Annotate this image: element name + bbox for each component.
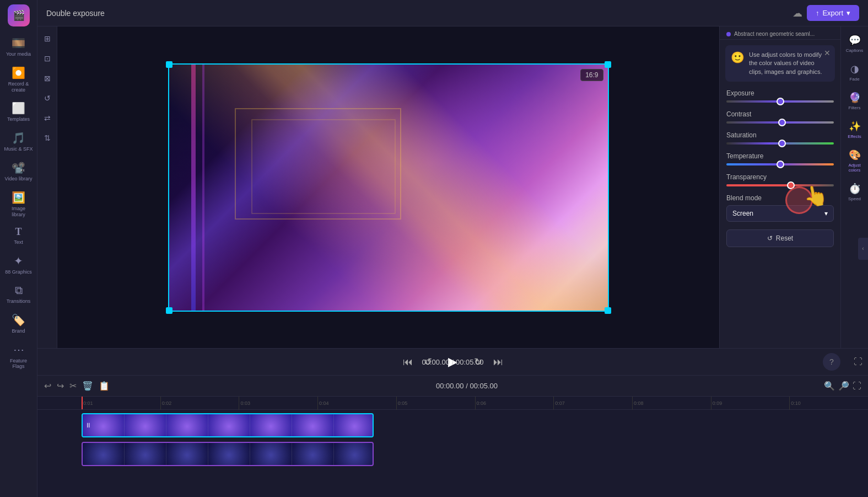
top-bar: Double exposure ☁ ↑ Export ▾ [37, 0, 868, 26]
close-info-button[interactable]: ✕ [824, 49, 831, 57]
ruler-tick: 0:03 [239, 397, 317, 410]
app-logo: 🎬 [8, 4, 30, 26]
canvas-container: 16:9 [57, 26, 719, 348]
sidebar-item-label: Templates [7, 116, 30, 122]
sidebar-item-image-library[interactable]: 🖼️ Image library [2, 188, 35, 221]
corner-handle-br[interactable] [605, 307, 611, 314]
track-clip-bottom[interactable] [82, 442, 374, 466]
far-right-effects[interactable]: ✨ Effects [843, 117, 867, 142]
brand-icon: 🏷️ [12, 313, 25, 327]
canvas-svg-overlay [169, 65, 608, 311]
export-button[interactable]: ↑ Export ▾ [807, 5, 859, 21]
sidebar-item-feature-flags[interactable]: ⋯ Feature Flags [2, 340, 35, 373]
info-emoji: 🙂 [731, 51, 745, 76]
sidebar-item-brand-kit[interactable]: 🏷️ Brand [2, 310, 35, 338]
far-right-adjust-colors[interactable]: 🎨 Adjust colors [843, 146, 867, 176]
sidebar-item-label: Your media [6, 51, 31, 57]
sidebar-item-video-library[interactable]: 📽️ Video library [2, 158, 35, 185]
help-button[interactable]: ? [823, 353, 840, 371]
rotate-tool[interactable]: ↺ [40, 90, 55, 106]
reset-icon: ↺ [767, 234, 773, 242]
clip-thumbnails-top [83, 414, 373, 436]
fullscreen-button[interactable]: ⛶ [854, 357, 862, 367]
ruler-tick: 0:09 [711, 397, 790, 410]
sidebar-item-graphics[interactable]: ✦ 88 Graphics [2, 251, 35, 279]
timeline-ruler: 0:01 0:02 0:03 0:04 0:05 0:06 0:07 0:08 … [37, 397, 868, 410]
info-box: 🙂 Use adjust colors to modify the color … [725, 45, 835, 82]
delete-button[interactable]: 🗑️ [82, 381, 93, 391]
tools-expand[interactable]: ‹ [858, 238, 868, 260]
reset-button[interactable]: ↺ Reset [726, 229, 834, 247]
effects-label: Effects [848, 134, 861, 139]
transform-tool[interactable]: ⊠ [40, 71, 55, 86]
aspect-ratio-badge[interactable]: 16:9 [580, 69, 603, 81]
temperature-slider-track[interactable] [726, 163, 834, 165]
timeline-playhead[interactable] [82, 397, 83, 409]
sidebar-item-music[interactable]: 🎵 Music & SFX [2, 128, 35, 156]
captions-icon: 💬 [849, 34, 861, 46]
save-icon[interactable]: ☁ [792, 7, 802, 19]
time-display: 00:00.00 / 00:05.00 [422, 358, 483, 366]
ruler-tick: 0:05 [396, 397, 475, 410]
duplicate-button[interactable]: 📋 [99, 381, 110, 391]
exposure-slider-track[interactable] [726, 100, 834, 103]
transitions-icon: ⧉ [15, 284, 23, 297]
zoom-in-button[interactable]: 🔎 [838, 381, 849, 391]
fit-zoom-button[interactable]: ⛶ [853, 381, 861, 391]
zoom-out-button[interactable]: 🔍 [824, 381, 835, 391]
clip-thumb [208, 414, 250, 436]
redo-button[interactable]: ↪ [57, 381, 64, 391]
timeline-area: ↩ ↪ ✂ 🗑️ 📋 00:00.00 / 00:05.00 🔍 🔎 ⛶ 0:0… [37, 376, 868, 497]
far-right-speed[interactable]: ⏱️ Speed [843, 179, 867, 205]
ruler-tick: 0:06 [475, 397, 554, 410]
sidebar-item-label: Music & SFX [4, 146, 33, 152]
clip-thumb [83, 443, 125, 465]
skip-forward-button[interactable]: ⏭ [493, 356, 503, 368]
far-right-panel: 💬 Captions ◑ Fade 🔮 Filters ✨ Effects 🎨 … [840, 26, 868, 348]
speed-icon: ⏱️ [849, 183, 861, 195]
far-right-captions[interactable]: 💬 Captions [843, 31, 867, 56]
far-right-fade[interactable]: ◑ Fade [843, 60, 867, 85]
timeline-time: 00:00.00 / 00:05.00 [115, 382, 818, 390]
sidebar-item-your-media[interactable]: 🎞️ Your media [2, 33, 35, 61]
skip-back-button[interactable]: ⏮ [403, 356, 413, 368]
sidebar-item-label: Text [14, 239, 23, 245]
sidebar-item-transitions[interactable]: ⧉ Transitions [2, 281, 35, 308]
image-library-icon: 🖼️ [12, 191, 25, 204]
flip-h-tool[interactable]: ⇄ [40, 110, 55, 126]
sidebar-item-label: Record & create [4, 81, 33, 93]
graphics-icon: ✦ [14, 254, 23, 268]
clip-thumbnails-bottom [83, 443, 373, 465]
contrast-slider-thumb[interactable] [778, 119, 786, 126]
sidebar-item-record[interactable]: ⏺️ Record & create [2, 63, 35, 97]
temperature-slider-thumb[interactable] [777, 161, 784, 168]
undo-button[interactable]: ↩ [44, 381, 51, 391]
corner-handle-tl[interactable] [166, 61, 172, 68]
far-right-filters[interactable]: 🔮 Filters [843, 88, 867, 114]
track-clip-top[interactable]: ⏸ [82, 413, 374, 437]
sidebar-item-label: 88 Graphics [5, 269, 32, 275]
sidebar-item-text[interactable]: T Text [2, 223, 35, 249]
sidebar-item-label: Brand [12, 328, 25, 334]
saturation-slider-track[interactable] [726, 142, 834, 145]
exposure-slider-thumb[interactable] [777, 98, 784, 105]
record-icon: ⏺️ [12, 66, 25, 79]
corner-handle-tr[interactable] [605, 61, 611, 68]
fit-tool[interactable]: ⊞ [40, 31, 55, 46]
corner-handle-bl[interactable] [166, 307, 172, 314]
filters-label: Filters [849, 105, 861, 110]
blend-mode-select[interactable]: Screen ▾ [726, 205, 834, 222]
cut-button[interactable]: ✂ [69, 381, 77, 391]
contrast-slider-track[interactable] [726, 121, 834, 124]
clip-thumb [292, 443, 334, 465]
timeline-tracks: ⏸ [37, 410, 868, 497]
canvas-frame: 16:9 [168, 63, 609, 312]
clip-thumb [334, 414, 373, 436]
svg-rect-1 [252, 120, 395, 213]
temperature-slider-row: Temperature [726, 152, 834, 165]
svg-rect-0 [235, 109, 401, 219]
saturation-slider-thumb[interactable] [778, 140, 786, 147]
sidebar-item-templates[interactable]: ⬜ Templates [2, 98, 35, 126]
flip-v-tool[interactable]: ⇅ [40, 130, 55, 146]
crop-tool[interactable]: ⊡ [40, 51, 55, 66]
